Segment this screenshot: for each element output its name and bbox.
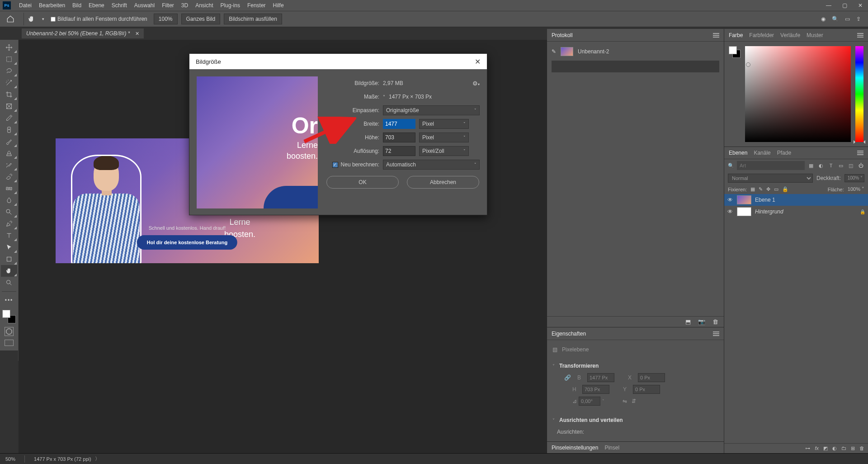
menu-layer[interactable]: Ebene [85,2,108,9]
window-maximize-icon[interactable]: ▢ [837,2,853,9]
zoom-100-button[interactable]: 100% [154,14,178,24]
close-tab-icon[interactable]: ✕ [135,31,139,37]
delete-layer-icon[interactable]: 🗑 [859,445,864,451]
width-unit-dropdown[interactable]: Pixel˅ [419,119,469,129]
window-minimize-icon[interactable]: — [821,2,837,9]
history-snapshot[interactable]: ✎ Unbenannt-2 [552,45,719,58]
gradient-tool[interactable] [1,183,17,194]
hand-tool[interactable] [1,265,17,277]
crop-tool[interactable] [1,89,17,100]
document-tab[interactable]: Unbenannt-2 bei 50% (Ebene 1, RGB/8#) * … [22,28,144,38]
panel-menu-icon[interactable] [857,32,863,38]
layer-fx-icon[interactable]: fx [815,445,819,451]
dialog-titlebar[interactable]: Bildgröße ✕ [189,54,487,69]
pen-tool[interactable] [1,218,17,230]
magic-wand-tool[interactable] [1,77,17,89]
adjustment-layer-icon[interactable]: ◐ [832,445,837,451]
marquee-tool[interactable] [1,53,17,65]
history-brush-tool[interactable] [1,159,17,171]
type-tool[interactable] [1,230,17,241]
status-zoom[interactable]: 50% [5,456,15,462]
link-wh-icon[interactable]: 🔗 [564,374,571,381]
height-unit-dropdown[interactable]: Pixel˅ [419,133,469,142]
cloud-docs-icon[interactable]: ◉ [821,16,826,22]
visibility-icon[interactable]: 👁 [727,208,733,215]
menu-plugins[interactable]: Plug-ins [217,2,244,9]
lasso-tool[interactable] [1,65,17,77]
frame-tool[interactable] [1,100,17,112]
history-tab[interactable]: Protokoll [552,32,573,38]
dialog-close-icon[interactable]: ✕ [475,57,481,66]
prop-width[interactable]: 1477 Px [587,373,614,382]
healing-brush-tool[interactable] [1,124,17,136]
patterns-tab[interactable]: Muster [807,32,823,38]
brush-settings-tab[interactable]: Pinseleinstellungen [552,445,598,451]
clone-stamp-tool[interactable] [1,147,17,159]
opacity-value[interactable]: 100% ˅ [844,174,864,182]
fit-preset-dropdown[interactable]: Originalgröße˅ [383,105,480,115]
color-swatches[interactable] [2,310,16,323]
channels-tab[interactable]: Kanäle [754,150,770,156]
group-icon[interactable]: 🗀 [841,445,846,451]
fit-image-button[interactable]: Ganzes Bild [181,14,221,24]
snapshot-icon[interactable]: 📷 [698,318,705,325]
filter-toggle-icon[interactable]: ⏻ [857,163,864,168]
workspace-icon[interactable]: ▭ [845,16,850,22]
search-icon[interactable]: 🔍 [832,16,839,22]
menu-3d[interactable]: 3D [178,2,192,9]
properties-tab[interactable]: Eigenschaften [552,331,586,337]
filter-smart-icon[interactable]: ◫ [847,163,854,169]
visibility-icon[interactable]: 👁 [727,197,733,203]
blend-mode-select[interactable]: Normal [728,174,813,183]
shape-tool[interactable] [1,253,17,265]
filter-adjust-icon[interactable]: ◐ [817,163,825,169]
fg-bg-swatch[interactable] [729,46,741,58]
window-close-icon[interactable]: ✕ [853,2,868,9]
menu-select[interactable]: Auswahl [131,2,158,9]
gear-icon[interactable]: ⚙▾ [472,80,480,87]
prop-angle[interactable]: 0,00° [579,397,600,406]
prop-align-header[interactable]: Ausrichten und verteilen [559,417,623,423]
panel-menu-icon[interactable] [857,150,863,156]
trash-icon[interactable]: 🗑 [712,318,718,325]
hue-slider[interactable] [855,46,863,142]
prop-height[interactable]: 703 Px [582,385,609,394]
prop-y[interactable]: 0 Px [633,385,660,394]
menu-help[interactable]: Hilfe [269,2,288,9]
scroll-all-windows-checkbox[interactable]: Bildlauf in allen Fenstern durchführen [46,16,152,22]
layers-tab[interactable]: Ebenen [729,150,747,156]
fit-screen-button[interactable]: Bildschirm ausfüllen [224,14,282,24]
swatches-tab[interactable]: Farbfelder [749,32,774,38]
layer-search-input[interactable] [737,161,805,170]
path-select-tool[interactable] [1,241,17,253]
resolution-unit-dropdown[interactable]: Pixel/Zoll˅ [419,146,469,156]
lock-artboard-icon[interactable]: ▭ [774,186,778,192]
home-icon[interactable] [4,12,17,26]
menu-window[interactable]: Fenster [244,2,269,9]
lock-brush-icon[interactable]: ✎ [759,186,763,192]
menu-filter[interactable]: Filter [158,2,178,9]
share-icon[interactable]: ⇪ [856,16,861,22]
menu-image[interactable]: Bild [69,2,85,9]
eraser-tool[interactable] [1,171,17,183]
gradients-tab[interactable]: Verläufe [780,32,800,38]
color-field[interactable] [745,46,851,142]
menu-edit[interactable]: Bearbeiten [35,2,69,9]
resample-checkbox[interactable]: ✓ [332,162,338,168]
lock-position-icon[interactable]: ✥ [766,186,770,192]
lock-pixels-icon[interactable]: ▦ [750,186,755,192]
color-tab[interactable]: Farbe [729,32,743,38]
resolution-input[interactable]: 72 [383,146,415,156]
menu-type[interactable]: Schrift [108,2,131,9]
height-input[interactable]: 703 [383,133,415,142]
paths-tab[interactable]: Pfade [777,150,791,156]
filter-type-icon[interactable]: T [827,163,835,168]
quick-mask-icon[interactable] [5,327,14,336]
link-layers-icon[interactable]: ⊶ [805,445,810,451]
new-doc-from-state-icon[interactable]: ⬒ [685,318,691,325]
prop-transform-header[interactable]: Transformieren [559,363,599,369]
layer-mask-icon[interactable]: ◩ [823,445,828,451]
ok-button[interactable]: OK [326,176,399,189]
width-input[interactable]: 1477 [383,119,415,129]
menu-file[interactable]: Datei [15,2,35,9]
